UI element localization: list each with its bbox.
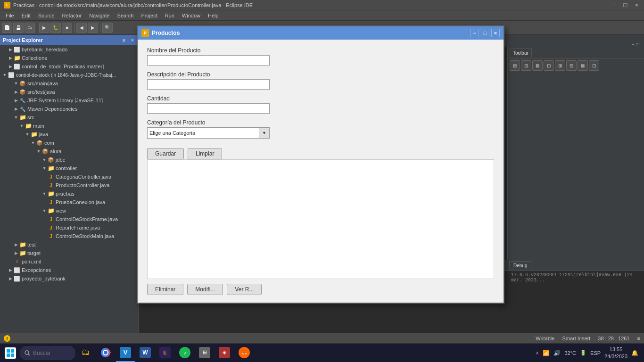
sidebar-item-alura[interactable]: ▼ 📦 alura xyxy=(0,147,139,156)
sidebar-item-prueba-conexion[interactable]: J PruebaConexion.java xyxy=(0,198,139,206)
rp-toolbar-btn[interactable]: ⊟ xyxy=(521,60,531,71)
notifications-icon[interactable]: 🔔 xyxy=(631,350,638,356)
sidebar-item-control-stock-git[interactable]: ▶ ⬜ control_de_stock [Practicas master] xyxy=(0,62,139,71)
status-options-btn[interactable]: ≡ xyxy=(637,336,640,341)
sidebar-item-test-folder[interactable]: ▶ 📁 test xyxy=(0,240,139,249)
search-input[interactable] xyxy=(33,350,71,356)
taskbar-eclipse[interactable]: E xyxy=(156,344,174,362)
taskbar-chrome[interactable] xyxy=(96,344,115,362)
taskbar-sound-icon[interactable]: 🔊 xyxy=(553,350,561,356)
sidebar-item-jre[interactable]: ▶ 🔧 JRE System Library [JavaSE-11] xyxy=(0,96,139,105)
sidebar-item-target[interactable]: ▶ 📁 target xyxy=(0,249,139,257)
descripcion-input[interactable] xyxy=(147,79,270,90)
sidebar-item-com[interactable]: ▼ 📦 com xyxy=(0,139,139,147)
taskbar-files[interactable]: 🗂 xyxy=(76,344,95,362)
menu-edit[interactable]: Edit xyxy=(18,12,34,19)
productos-table[interactable] xyxy=(147,159,494,279)
nombre-input[interactable] xyxy=(147,55,270,66)
dialog-restore-btn[interactable]: □ xyxy=(481,29,489,37)
btab-debug[interactable]: Debug xyxy=(509,261,531,270)
sidebar-item-excepciones[interactable]: ▶ ⬜ Excepciones xyxy=(0,266,139,274)
sidebar-item-pruebas[interactable]: ▼ 📁 pruebas xyxy=(0,189,139,198)
menu-run[interactable]: Run xyxy=(161,12,178,19)
dialog-close-btn[interactable]: × xyxy=(491,29,500,37)
tab-minimize-btn[interactable]: − xyxy=(632,42,635,47)
toolbar-stop[interactable]: ■ xyxy=(62,23,72,33)
taskbar-spotify[interactable]: ♪ xyxy=(175,344,194,362)
menu-source[interactable]: Source xyxy=(34,12,58,19)
toolbar-new[interactable]: 📄 xyxy=(2,23,12,33)
categoria-select[interactable]: Elige una Categoría xyxy=(148,129,259,137)
start-button[interactable] xyxy=(2,345,19,362)
toolbar-run[interactable]: ▶ xyxy=(39,23,50,33)
guardar-button[interactable]: Guardar xyxy=(147,148,184,159)
menu-navigate[interactable]: Navigate xyxy=(85,12,113,19)
limpiar-button[interactable]: Limpiar xyxy=(188,148,222,159)
sidebar-item-bytebank[interactable]: ▶ ⬜ bytebank_heredado xyxy=(0,45,139,54)
menu-refactor[interactable]: Refactor xyxy=(58,12,86,19)
toolbar-save[interactable]: 💾 xyxy=(13,23,24,33)
sidebar-item-controller[interactable]: ▼ 📁 controller xyxy=(0,164,139,173)
eliminar-button[interactable]: Eliminar xyxy=(147,284,183,295)
taskbar-word[interactable]: W xyxy=(136,344,155,362)
taskbar-clock[interactable]: 13:55 24/3/2023 xyxy=(604,346,627,360)
sidebar-item-label: control_de_stock [Practicas master] xyxy=(22,64,104,69)
modificar-button[interactable]: Modifi... xyxy=(187,284,223,295)
taskbar-hidden-icons[interactable]: ∧ xyxy=(536,350,539,355)
taskbar-vscode[interactable]: V xyxy=(116,344,135,362)
sidebar-item-src-folder[interactable]: ▼ 📁 src xyxy=(0,113,139,122)
toolbar-save-all[interactable]: 🗂 xyxy=(25,23,35,33)
menu-file[interactable]: File xyxy=(2,12,18,19)
rp-toolbar-btn[interactable]: ⊠ xyxy=(532,60,543,71)
sidebar-item-maven[interactable]: ▶ 🔧 Maven Dependencies xyxy=(0,105,139,113)
sidebar-item-src-main[interactable]: ▼ 📦 src/main/java xyxy=(0,79,139,88)
ver-reporte-button[interactable]: Ver R... xyxy=(227,284,262,295)
sidebar-item-view[interactable]: ▼ 📁 view xyxy=(0,206,139,215)
rp-toolbar-btn[interactable]: ⊠ xyxy=(578,60,588,71)
categoria-select-wrapper[interactable]: Elige una Categoría ▼ xyxy=(147,127,270,139)
taskbar-app8[interactable]: ◈ xyxy=(215,344,234,362)
tab-maximize-btn[interactable]: □ xyxy=(636,42,639,47)
taskbar-network-icon[interactable]: 📶 xyxy=(543,350,550,356)
taskbar-browser[interactable]: 🦊 xyxy=(235,344,254,362)
sidebar-item-categoria-ctrl[interactable]: J CategoriaController.java xyxy=(0,173,139,181)
sidebar-item-src-test[interactable]: ▶ 📦 src/test/java xyxy=(0,88,139,96)
sidebar-item-control-stock[interactable]: ▼ ⬜ control-de-stock (in 1846-Java-y-JDB… xyxy=(0,71,139,79)
rp-toolbar-btn[interactable]: ⊡ xyxy=(589,60,599,71)
rp-toolbar-btn[interactable]: ⊞ xyxy=(555,60,565,71)
menu-project[interactable]: Project xyxy=(137,12,161,19)
menu-search[interactable]: Search xyxy=(114,12,138,19)
toolbar-debug[interactable]: 🐛 xyxy=(50,23,61,33)
taskbar-battery-icon[interactable]: 🔋 xyxy=(580,350,586,356)
sidebar-item-control-stock-main[interactable]: J ControlDeStockMain.java xyxy=(0,232,139,240)
sidebar-item-main[interactable]: ▼ 📁 main xyxy=(0,122,139,130)
taskbar-search[interactable] xyxy=(20,346,75,360)
rp-toolbar-btn[interactable]: ⊡ xyxy=(544,60,554,71)
sidebar-item-collections[interactable]: ▶ 📁 Collections xyxy=(0,54,139,62)
rp-toolbar-btn[interactable]: ⊟ xyxy=(566,60,577,71)
sidebar-item-control-stock-frame[interactable]: J ControlDeStockFrame.java xyxy=(0,215,139,223)
cantidad-input[interactable] xyxy=(147,103,270,114)
sidebar-item-pom[interactable]: X pom.xml xyxy=(0,257,139,266)
minimize-button[interactable]: − xyxy=(611,1,618,8)
toolbar-back[interactable]: ◀ xyxy=(76,23,87,33)
toolbar-forward[interactable]: ▶ xyxy=(88,23,98,33)
sidebar-item-java[interactable]: ▼ 📁 java xyxy=(0,130,139,139)
sidebar-collapse-icon[interactable]: ≡ xyxy=(121,37,127,43)
collapse-arrow: ▼ xyxy=(13,80,19,87)
sidebar-item-reporte-frame[interactable]: J ReporteFrame.java xyxy=(0,223,139,232)
sidebar-item-proyecto-bytebank[interactable]: ▶ ⬜ proyecto_bytebank xyxy=(0,274,139,283)
menu-help[interactable]: Help xyxy=(204,12,223,19)
menu-window[interactable]: Window xyxy=(178,12,204,19)
sidebar-item-jdbc[interactable]: ▼ 📦 jdbc xyxy=(0,156,139,164)
toolbar-search[interactable]: 🔍 xyxy=(102,23,113,33)
select-arrow-icon[interactable]: ▼ xyxy=(259,128,269,138)
sidebar-close-icon[interactable]: × xyxy=(129,37,136,43)
dialog-minimize-btn[interactable]: − xyxy=(471,29,479,37)
sidebar-item-producto-ctrl[interactable]: J ProductoController.java xyxy=(0,181,139,189)
taskbar-app7[interactable]: ⊞ xyxy=(195,344,214,362)
rp-toolbar-btn[interactable]: ⊞ xyxy=(510,60,520,71)
maximize-button[interactable]: □ xyxy=(622,1,629,8)
rp-tab-toolbar[interactable]: Toolbar xyxy=(510,49,532,57)
close-button[interactable]: × xyxy=(633,1,640,8)
